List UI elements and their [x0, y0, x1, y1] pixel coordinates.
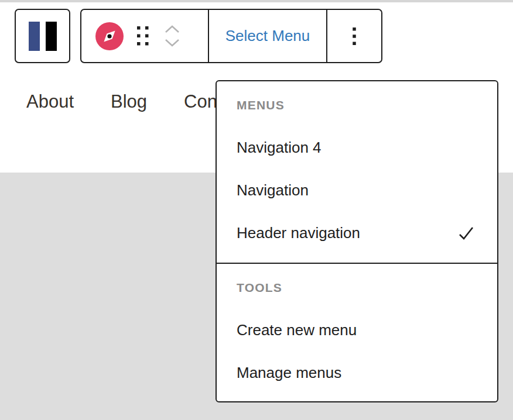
menu-item-manage-menus[interactable]: Manage menus — [217, 352, 497, 394]
menu-item-label: Header navigation — [237, 224, 360, 242]
nav-link-about[interactable]: About — [26, 91, 74, 112]
window-top-strip — [0, 0, 513, 2]
menu-item-create-new-menu[interactable]: Create new menu — [217, 309, 497, 352]
options-ellipsis-icon[interactable] — [353, 27, 356, 45]
menu-item-label: Create new menu — [237, 321, 357, 339]
check-icon — [457, 225, 475, 242]
toolbar-options-segment — [327, 10, 381, 62]
navigation-preview: About Blog Contact — [26, 91, 247, 112]
block-movers — [162, 25, 182, 47]
menu-item-label: Navigation 4 — [237, 139, 322, 157]
select-menu-dropdown: MENUS Navigation 4 Navigation Header nav… — [216, 80, 498, 402]
block-toolbar: Select Menu — [80, 9, 382, 63]
toolbar-block-controls — [81, 10, 209, 62]
toolbar-select-menu-segment: Select Menu — [209, 10, 327, 62]
navigation-block-icon[interactable] — [95, 22, 124, 50]
menus-group-label: MENUS — [217, 81, 497, 114]
move-down-icon[interactable] — [162, 39, 182, 47]
drag-handle-icon[interactable] — [136, 25, 150, 47]
menu-item-label: Manage menus — [237, 364, 341, 382]
menus-group: MENUS Navigation 4 Navigation Header nav… — [217, 81, 497, 263]
menu-item-navigation[interactable]: Navigation — [217, 169, 497, 212]
block-switcher-button[interactable] — [15, 9, 70, 63]
select-menu-button[interactable]: Select Menu — [225, 27, 310, 45]
menu-item-label: Navigation — [237, 181, 309, 199]
menu-item-navigation-4[interactable]: Navigation 4 — [217, 126, 497, 169]
tools-group: TOOLS Create new menu Manage menus — [217, 263, 497, 402]
menu-item-header-navigation[interactable]: Header navigation — [217, 212, 497, 254]
move-up-icon[interactable] — [162, 25, 182, 33]
nav-link-blog[interactable]: Blog — [111, 91, 147, 112]
tools-group-label: TOOLS — [217, 264, 497, 297]
columns-block-icon — [46, 22, 57, 51]
columns-block-icon — [29, 22, 40, 51]
